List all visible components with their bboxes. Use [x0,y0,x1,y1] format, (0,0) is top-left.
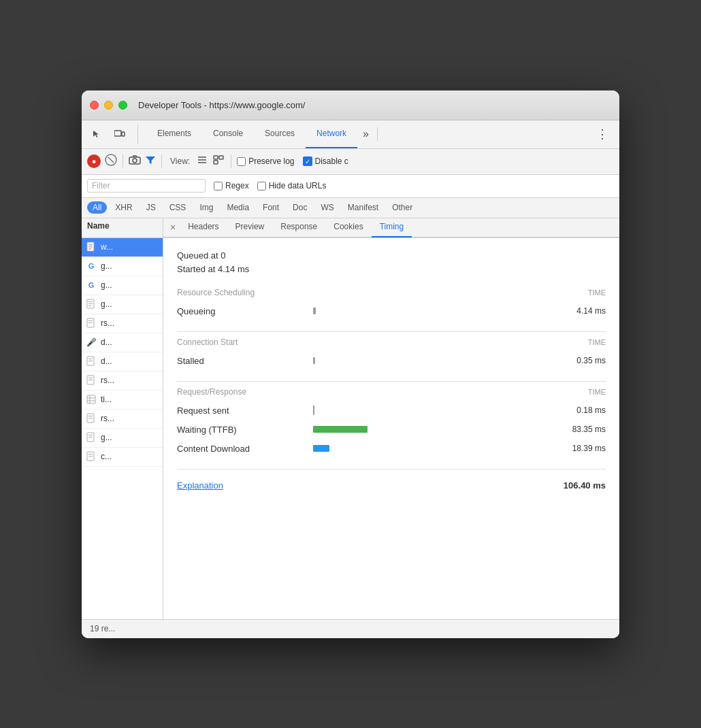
queueing-label: Queueing [177,306,313,316]
detail-tab-preview[interactable]: Preview [227,217,273,237]
tab-console[interactable]: Console [202,120,254,148]
list-item[interactable]: g... [82,429,163,448]
tab-sources[interactable]: Sources [254,120,306,148]
preserve-log-checkbox-label[interactable]: Preserve log [237,156,294,166]
queueing-row: Queueing 4.14 ms [177,301,606,320]
type-filter-img[interactable]: Img [194,201,218,214]
explanation-link[interactable]: Explanation [177,480,223,491]
preserve-log-checkbox[interactable] [237,157,246,166]
content-download-bar-fill [313,445,329,452]
file-name: rs... [101,318,114,328]
svg-rect-14 [88,246,93,248]
svg-rect-9 [214,156,218,159]
timing-total-value: 106.40 ms [564,480,606,491]
type-filter-xhr[interactable]: XHR [110,201,137,214]
record-button[interactable]: ● [87,154,101,168]
connection-start-section: Connection Start TIME Stalled 0.35 ms [177,337,606,370]
request-sent-bar-fill [313,406,314,415]
status-bar: 19 re... [82,619,619,638]
traffic-lights [90,101,127,110]
list-item[interactable]: G g... [82,276,163,295]
tab-network[interactable]: Network [306,120,357,148]
toolbar-separator-3 [231,154,231,168]
close-detail-button[interactable]: × [166,217,180,237]
resource-scheduling-header: Resource Scheduling TIME [177,288,606,297]
timing-header-info: Queued at 0 Started at 4.14 ms [177,249,606,278]
filter-input[interactable] [92,181,201,191]
list-view-button[interactable] [197,155,208,167]
detail-tab-headers[interactable]: Headers [180,217,227,237]
more-tabs-button[interactable]: » [357,120,374,148]
device-toggle-icon[interactable] [110,125,129,144]
devtools-menu-button[interactable]: ⋮ [591,120,614,148]
svg-rect-41 [88,456,93,457]
svg-rect-1 [122,132,125,136]
svg-point-5 [133,159,137,163]
type-filter-js[interactable]: JS [141,201,161,214]
file-doc-icon [86,413,97,424]
type-filter-ws[interactable]: WS [315,201,339,214]
waiting-label: Waiting (TTFB) [177,425,313,435]
type-filter-bar: All XHR JS CSS Img Media Font Doc [82,198,619,218]
content-download-row: Content Download 18.39 ms [177,439,606,458]
svg-rect-35 [88,418,93,418]
list-item[interactable]: rs... [82,314,163,333]
detail-tab-cookies[interactable]: Cookies [325,217,371,237]
file-doc-icon [86,356,97,367]
devtools-window: Developer Tools - https://www.google.com… [82,90,619,638]
type-filter-other[interactable]: Other [387,201,418,214]
svg-rect-40 [88,454,93,454]
minimize-button[interactable] [104,101,113,110]
file-doc-icon [86,432,97,443]
file-doc-icon [86,242,97,252]
type-filter-media[interactable]: Media [221,201,255,214]
list-item[interactable]: g... [82,295,163,314]
file-mic-icon: 🎤 [86,337,97,348]
svg-rect-22 [88,322,93,323]
resource-scheduling-time-label: TIME [588,288,606,297]
list-item[interactable]: w... [82,238,163,257]
divider-2 [177,381,606,382]
list-item[interactable]: d... [82,352,163,371]
list-item[interactable]: G g... [82,257,163,276]
waiting-bar-fill [313,426,368,433]
disable-cache-checkbox-checked[interactable]: ✓ [303,156,312,166]
file-name: rs... [101,376,114,385]
file-name: w... [101,242,113,252]
close-button[interactable] [90,101,99,110]
type-filter-font[interactable]: Font [257,201,284,214]
file-doc-icon [86,299,97,310]
file-doc-icon [86,451,97,462]
group-view-button[interactable] [213,155,224,167]
toolbar-separator-2 [161,154,162,168]
detail-tab-response[interactable]: Response [272,217,325,237]
regex-checkbox-label[interactable]: Regex [214,181,249,191]
list-item[interactable]: rs... [82,410,163,429]
stalled-row: Stalled 0.35 ms [177,351,606,370]
list-item[interactable]: rs... [82,371,163,391]
screenshot-button[interactable] [129,155,141,167]
file-name: c... [101,452,112,461]
svg-rect-37 [88,435,93,435]
hide-data-urls-checkbox-label[interactable]: Hide data URLs [257,181,327,191]
type-filter-manifest[interactable]: Manifest [342,201,384,214]
clear-button[interactable] [105,154,117,169]
list-item[interactable]: ti... [82,391,163,410]
type-filter-all[interactable]: All [87,201,107,214]
regex-checkbox[interactable] [214,182,223,191]
svg-rect-27 [88,378,93,378]
list-item[interactable]: 🎤 d... [82,333,163,352]
request-response-section: Request/Response TIME Request sent 0.18 … [177,387,606,458]
type-filter-doc[interactable]: Doc [287,201,312,214]
type-filter-css[interactable]: CSS [164,201,192,214]
hide-data-urls-checkbox[interactable] [257,182,266,191]
cursor-icon[interactable] [87,125,106,144]
list-item[interactable]: c... [82,448,163,467]
filter-icon[interactable] [145,155,156,167]
disable-cache-checkbox-label[interactable]: ✓ Disable c [303,156,348,166]
maximize-button[interactable] [118,101,127,110]
svg-rect-28 [88,380,93,380]
svg-rect-0 [114,131,121,136]
detail-tab-timing[interactable]: Timing [372,217,412,237]
tab-elements[interactable]: Elements [146,120,202,148]
